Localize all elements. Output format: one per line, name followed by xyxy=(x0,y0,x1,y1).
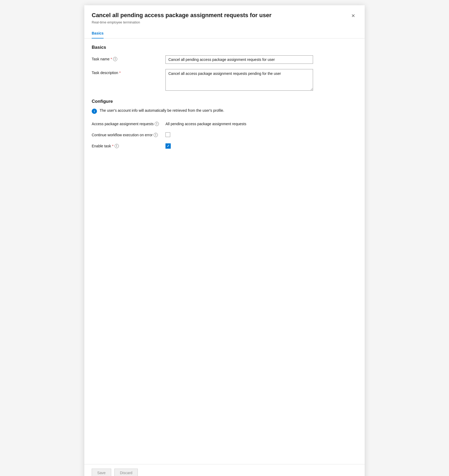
configure-section-heading: Configure xyxy=(92,99,357,104)
dialog-container: Cancel all pending access package assign… xyxy=(84,5,365,476)
access-package-info-icon[interactable]: i xyxy=(155,122,159,126)
continue-workflow-info-icon[interactable]: i xyxy=(154,133,158,137)
close-icon: ✕ xyxy=(351,13,355,18)
save-button[interactable]: Save xyxy=(92,469,111,476)
checkmark-icon: ✓ xyxy=(167,144,170,148)
task-name-required: * xyxy=(111,57,112,61)
tab-basics[interactable]: Basics xyxy=(92,28,104,38)
dialog-title-group: Cancel all pending access package assign… xyxy=(92,12,349,24)
discard-button[interactable]: Discard xyxy=(114,469,138,476)
task-name-input[interactable] xyxy=(165,55,313,64)
dialog-content: Basics Task name * i Task description * xyxy=(84,38,365,464)
access-package-row: Access package assignment requests i All… xyxy=(92,120,357,126)
task-description-label: Task description * xyxy=(92,69,165,75)
continue-workflow-checkbox-wrapper xyxy=(165,131,357,137)
task-name-info-icon[interactable]: i xyxy=(113,57,117,61)
enable-task-label: Enable task * i xyxy=(92,142,165,148)
task-description-row: Task description * xyxy=(92,69,357,91)
enable-task-required: * xyxy=(112,144,113,148)
task-description-textarea[interactable] xyxy=(165,69,313,91)
enable-task-checkbox[interactable]: ✓ xyxy=(165,143,171,149)
task-name-label: Task name * i xyxy=(92,55,165,61)
dialog-subtitle: Real-time employee termination xyxy=(92,20,349,24)
dialog-header: Cancel all pending access package assign… xyxy=(84,5,365,28)
dialog-footer: Save Discard xyxy=(84,464,365,476)
task-description-control xyxy=(165,69,357,91)
access-package-value: All pending access package assignment re… xyxy=(165,120,357,126)
info-circle-icon: i xyxy=(92,109,97,114)
info-banner-text: The user's account info will automatical… xyxy=(100,108,224,113)
continue-workflow-control xyxy=(165,131,357,137)
continue-workflow-row: Continue workflow execution on error i xyxy=(92,131,357,137)
enable-task-row: Enable task * i ✓ xyxy=(92,142,357,149)
task-name-control xyxy=(165,55,357,64)
task-description-required: * xyxy=(119,71,120,75)
continue-workflow-label: Continue workflow execution on error i xyxy=(92,131,165,137)
access-package-label: Access package assignment requests i xyxy=(92,120,165,126)
access-package-value-wrapper: All pending access package assignment re… xyxy=(165,120,357,126)
close-button[interactable]: ✕ xyxy=(349,12,357,20)
task-name-row: Task name * i xyxy=(92,55,357,64)
enable-task-control: ✓ xyxy=(165,142,357,149)
continue-workflow-checkbox[interactable] xyxy=(165,132,170,137)
dialog-title: Cancel all pending access package assign… xyxy=(92,12,349,19)
enable-task-checkbox-wrapper: ✓ xyxy=(165,142,357,149)
basics-section-heading: Basics xyxy=(92,45,357,50)
enable-task-info-icon[interactable]: i xyxy=(115,144,119,148)
tabs-bar: Basics xyxy=(84,28,365,38)
configure-section: Configure i The user's account info will… xyxy=(92,99,357,149)
info-banner: i The user's account info will automatic… xyxy=(92,108,357,114)
